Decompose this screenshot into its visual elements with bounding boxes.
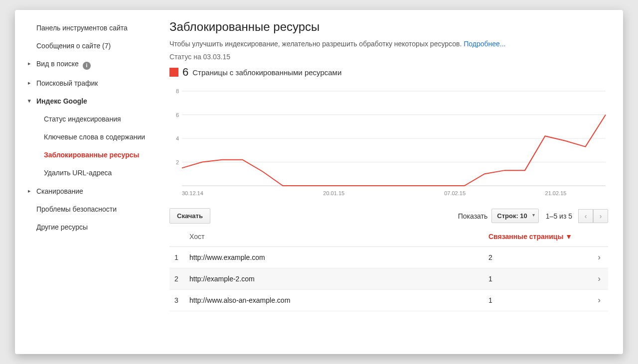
row-host: http://www.also-an-example.com: [184, 290, 483, 311]
show-label: Показать: [458, 212, 488, 220]
svg-text:6: 6: [176, 112, 179, 118]
col-host[interactable]: Хост: [184, 227, 483, 247]
sidebar-item-messages[interactable]: Сообщения о сайте (7): [24, 37, 155, 55]
row-index: 2: [169, 268, 184, 290]
status-date: Статус на 03.03.15: [169, 53, 608, 61]
page-subtext: Чтобы улучшить индексирование, желательн…: [169, 40, 608, 48]
prev-page-button[interactable]: ‹: [578, 209, 593, 223]
row-host: http://www.example.com: [184, 247, 483, 268]
legend-count: 6: [182, 66, 188, 79]
table-row[interactable]: 2http://example-2.com1››: [169, 268, 608, 290]
sidebar-item-security[interactable]: Проблемы безопасности: [24, 200, 155, 218]
sidebar-item-search-traffic[interactable]: Поисковый трафик: [24, 74, 155, 92]
svg-text:2: 2: [176, 159, 179, 165]
col-linked-pages[interactable]: Связанные страницы ▼: [483, 227, 583, 247]
table-row[interactable]: 3http://www.also-an-example.com1››: [169, 290, 608, 311]
row-count: 2: [483, 247, 583, 268]
legend-label: Страницы с заблокированными ресурсами: [192, 68, 341, 77]
row-host: http://example-2.com: [184, 268, 483, 290]
row-count: 1: [483, 290, 583, 311]
sidebar-item-remove-urls[interactable]: Удалить URL-адреса: [24, 164, 155, 182]
row-index: 1: [169, 247, 184, 268]
sidebar-item-crawl[interactable]: Сканирование: [24, 182, 155, 200]
svg-text:8: 8: [176, 89, 179, 94]
sidebar-item-dashboard[interactable]: Панель инструментов сайта: [24, 19, 155, 37]
svg-text:07.02.15: 07.02.15: [444, 190, 466, 196]
sidebar-item-search-appearance[interactable]: Вид в поиске i: [24, 55, 155, 74]
pagination-label: 1–5 из 5: [546, 212, 572, 220]
learn-more-link[interactable]: Подробнее...: [464, 40, 505, 48]
table-toolbar: Скачать Показать Строк: 10 1–5 из 5 ‹ ›: [169, 208, 608, 224]
row-index: 3: [169, 290, 184, 311]
main-content: Заблокированные ресурсы Чтобы улучшить и…: [155, 10, 623, 354]
hosts-table: Хост Связанные страницы ▼ 1http://www.ex…: [169, 227, 608, 311]
sidebar-item-blocked-resources[interactable]: Заблокированные ресурсы: [24, 146, 155, 164]
sidebar-item-index-status[interactable]: Статус индексирования: [24, 110, 155, 128]
chevron-right-icon[interactable]: ››: [598, 253, 598, 261]
sidebar-label: Вид в поиске: [36, 60, 79, 68]
sidebar-item-content-keywords[interactable]: Ключевые слова в содержании: [24, 128, 155, 146]
svg-text:4: 4: [176, 135, 179, 141]
download-button[interactable]: Скачать: [169, 208, 210, 224]
app-window: Панель инструментов сайта Сообщения о са…: [15, 10, 623, 354]
row-count: 1: [483, 268, 583, 290]
page-title: Заблокированные ресурсы: [169, 20, 608, 34]
rows-select[interactable]: Строк: 10: [491, 209, 539, 223]
chart: 246830.12.1420.01.1507.02.1521.02.15: [169, 89, 608, 198]
legend-swatch: [169, 68, 178, 77]
table-row[interactable]: 1http://www.example.com2››: [169, 247, 608, 268]
next-page-button[interactable]: ›: [593, 209, 608, 223]
chevron-right-icon[interactable]: ››: [598, 296, 598, 304]
sidebar: Панель инструментов сайта Сообщения о са…: [15, 10, 155, 354]
svg-text:20.01.15: 20.01.15: [323, 190, 344, 196]
legend: 6 Страницы с заблокированными ресурсами: [169, 66, 608, 79]
sidebar-item-google-index[interactable]: Индекс Google: [24, 92, 155, 110]
sidebar-item-other[interactable]: Другие ресурсы: [24, 218, 155, 236]
info-icon[interactable]: i: [83, 62, 91, 70]
svg-text:21.02.15: 21.02.15: [545, 190, 567, 196]
svg-text:30.12.14: 30.12.14: [182, 190, 203, 196]
chevron-right-icon[interactable]: ››: [598, 274, 598, 283]
sort-desc-icon: ▼: [565, 233, 572, 241]
